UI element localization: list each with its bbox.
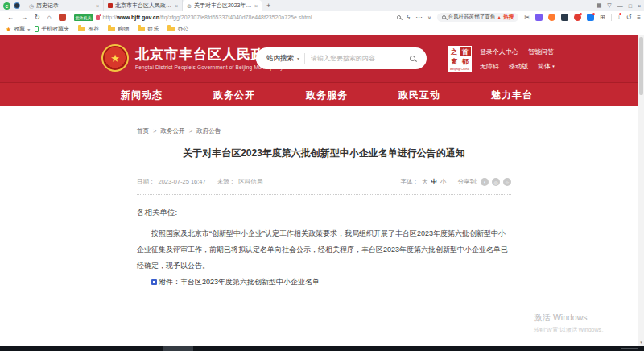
lightning-icon[interactable]: ϟ	[407, 14, 410, 21]
download-icon[interactable]: ↓	[617, 14, 621, 21]
site-search-bar[interactable]: 站内搜索 ▾	[256, 47, 427, 69]
search-input[interactable]	[311, 55, 410, 62]
capital-window-seal[interactable]: 之 首 窗 都 Beijing·China	[448, 46, 472, 72]
font-size-label: 字体：	[400, 178, 419, 186]
forward-icon[interactable]: →	[21, 14, 27, 21]
nav-item-gov-services[interactable]: 政务服务	[306, 89, 348, 102]
caret-down-icon[interactable]: ▾	[27, 27, 30, 32]
simplified-chinese-link[interactable]: 简体 ▾	[538, 62, 555, 71]
smart-qa-link[interactable]: 智能问答	[528, 47, 554, 56]
gov-favicon-icon	[108, 3, 113, 8]
close-window-button[interactable]: ×	[638, 3, 641, 9]
taskbar-edge[interactable]	[0, 346, 644, 351]
tab-history[interactable]: ◷ 历史记录 ×	[25, 0, 104, 11]
nav-item-charming-fengtai[interactable]: 魅力丰台	[491, 89, 533, 102]
bookmark-folder[interactable]: 娱乐	[138, 25, 159, 33]
url-domain: www.bjft.gov.cn	[117, 14, 159, 20]
caret-down-icon[interactable]: ▾	[297, 56, 299, 61]
extension-dark-icon[interactable]	[561, 14, 568, 21]
back-icon[interactable]: ←	[7, 14, 14, 21]
browser-toolbar: ← → ↻ ⌂ 党政机关 http://www.bjft.gov.cn/ftq/…	[0, 11, 644, 23]
windows-activation-watermark: 激活 Windows 转到“设置”以激活 Windows。	[534, 312, 607, 334]
taskbar-active-app[interactable]	[163, 346, 193, 351]
refresh-icon[interactable]: ↻	[35, 14, 40, 21]
attachment-link[interactable]: 丰台区2023年度第六批创新型中小企业名单	[180, 277, 320, 287]
funnel-icon[interactable]: ▽	[607, 2, 611, 9]
quick-access-icon[interactable]	[14, 2, 20, 9]
scissors-icon[interactable]: ✂	[524, 14, 530, 21]
nav-item-interaction[interactable]: 政民互动	[398, 89, 440, 102]
bookmark-label: 手机收藏夹	[41, 25, 69, 33]
language-label: 简体	[538, 63, 551, 70]
minimize-button[interactable]: —	[617, 3, 623, 9]
bookmark-folder[interactable]: 办公	[167, 25, 188, 33]
bookmark-label: 娱乐	[147, 25, 159, 33]
home-icon[interactable]: ⌂	[47, 14, 52, 21]
bookmark-folder[interactable]: 购物	[108, 25, 129, 33]
search-scope-select[interactable]: 站内搜索	[266, 54, 294, 64]
attachment-label: 附件：	[159, 277, 180, 287]
weibo-share-icon[interactable]: ◎	[492, 178, 500, 186]
breadcrumb-gov-notice[interactable]: 政府公告	[196, 127, 221, 134]
close-tab-icon[interactable]: ×	[175, 3, 178, 9]
bookmark-mobile-favorites[interactable]: 手机收藏夹	[35, 25, 69, 33]
date-label: 日期：	[137, 178, 155, 185]
favorites-label[interactable]: 收藏	[14, 25, 25, 33]
tab-notice-active[interactable]: ⊕ 关于对丰台区2023年度第六… ×	[183, 0, 262, 11]
page-scrollbar[interactable]: ▾	[638, 35, 644, 346]
breadcrumb-home[interactable]: 首页	[137, 127, 149, 134]
font-size-medium[interactable]: 中	[431, 178, 437, 186]
taskbar-tray[interactable]	[621, 348, 638, 349]
site-lock-icon[interactable]	[96, 15, 100, 20]
hot-search-text[interactable]: 台风杜苏芮拐了直角	[448, 14, 496, 21]
grid-icon[interactable]: ⊞	[600, 14, 605, 21]
login-personal-center-link[interactable]: 登录个人中心	[480, 47, 518, 56]
close-tab-icon[interactable]: ×	[254, 3, 258, 9]
scrollbar-down-arrow[interactable]: ▾	[638, 340, 644, 345]
font-size-small[interactable]: 小	[440, 178, 447, 186]
extension-flag-icon[interactable]	[587, 14, 594, 21]
tab-gov-portal[interactable]: 北京市丰台区人民政府智能… ×	[104, 0, 183, 11]
address-bar[interactable]: http://www.bjft.gov.cn/ftq/zfgg/202307/e…	[103, 14, 312, 20]
favorites-star-icon[interactable]: ★	[6, 26, 11, 33]
extension-fox-icon[interactable]	[548, 14, 555, 21]
article-title: 关于对丰台区2023年度第六批创新型中小企业名单进行公告的通知	[137, 147, 511, 160]
browser-logo-icon[interactable]: e	[3, 2, 10, 10]
folder-icon	[167, 27, 175, 31]
folder-icon	[138, 27, 145, 31]
divider	[137, 194, 511, 195]
extension-purple-icon[interactable]	[535, 14, 543, 21]
font-size-large[interactable]: 大	[422, 178, 428, 186]
hot-search-box[interactable]: 台风杜苏芮拐了直角 热搜	[437, 13, 519, 22]
new-tab-button[interactable]: +	[266, 2, 270, 10]
maximize-button[interactable]: □	[629, 3, 632, 9]
bookmark-label: 推荐	[88, 25, 99, 33]
nav-item-gov-affairs[interactable]: 政务公开	[213, 89, 255, 102]
undo-icon[interactable]: ↺	[626, 14, 632, 21]
shopping-icon[interactable]	[59, 14, 66, 21]
breadcrumb-gov-affairs[interactable]: 政务公开	[161, 127, 185, 134]
scrollbar-thumb[interactable]	[639, 37, 643, 95]
tab-title: 历史记录	[36, 2, 93, 10]
menu-icon[interactable]: ≡	[637, 14, 641, 21]
extension-badge-icon[interactable]	[574, 14, 581, 21]
mobile-version-link[interactable]: 移动版	[509, 62, 528, 71]
clock-icon: ◷	[29, 3, 34, 9]
nav-item-news[interactable]: 新闻动态	[121, 89, 163, 102]
breadcrumb-separator: >	[189, 127, 192, 134]
zoom-icon[interactable]	[397, 15, 401, 19]
close-tab-icon[interactable]: ×	[96, 3, 99, 9]
chevron-down-icon[interactable]: ∨	[427, 14, 431, 20]
wechat-share-icon[interactable]: ◖	[481, 178, 489, 186]
accessibility-link[interactable]: 无障碍	[480, 62, 499, 71]
apps-icon[interactable]: ▦	[597, 2, 602, 9]
browser-window: e ◷ 历史记录 × 北京市丰台区人民政府智能… × ⊕ 关于对丰台区2023年…	[0, 0, 644, 351]
attachment-row[interactable]: 附件： 丰台区2023年度第六批创新型中小企业名单	[137, 277, 511, 287]
qzone-share-icon[interactable]: ☆	[503, 178, 511, 186]
more-icon[interactable]: ⋯	[415, 14, 422, 21]
search-submit-icon[interactable]	[410, 56, 415, 61]
bookmark-folder[interactable]: 推荐	[78, 25, 99, 33]
bookmark-label: 购物	[118, 25, 129, 33]
article-meta-row: 日期：2023-07-25 16:47 来源：区科信局 字体： 大 中 小 分享…	[137, 178, 511, 186]
hot-search-tag: 热搜	[503, 14, 514, 21]
